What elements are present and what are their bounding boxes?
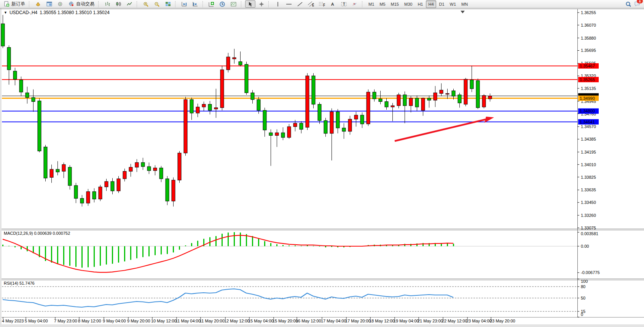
auto-trading-icon xyxy=(68,1,75,7)
timeframe-h1[interactable]: H1 xyxy=(415,0,425,8)
trendline-icon[interactable] xyxy=(295,0,305,8)
cursor-icon[interactable] xyxy=(245,0,255,8)
svg-text:4 May 2023: 4 May 2023 xyxy=(2,319,24,323)
timeframe-w1[interactable]: W1 xyxy=(448,0,459,8)
text-icon[interactable]: A xyxy=(328,0,338,8)
timeframe-m30[interactable]: M30 xyxy=(402,0,414,8)
candle xyxy=(44,145,47,181)
profile-icon[interactable] xyxy=(33,0,43,8)
separator xyxy=(98,1,100,7)
svg-text:1.34570: 1.34570 xyxy=(581,124,596,129)
svg-text:1.35880: 1.35880 xyxy=(581,36,596,40)
chart-shift-icon[interactable] xyxy=(190,0,201,8)
notification-badge: 1 xyxy=(637,0,643,3)
svg-text:F: F xyxy=(323,3,325,7)
svg-text:1.34195: 1.34195 xyxy=(581,150,596,154)
svg-text:18 May 12:00: 18 May 12:00 xyxy=(369,319,395,323)
candle xyxy=(245,62,248,95)
collapse-triangle-icon[interactable]: ▼ xyxy=(4,11,7,14)
equidistant-channel-icon[interactable]: E xyxy=(306,0,316,8)
signals-icon[interactable] xyxy=(55,0,65,8)
chart-title: ▼ USDCAD-,H4 1.35055 1.35080 1.35010 1.3… xyxy=(4,10,110,15)
timeframe-mn[interactable]: MN xyxy=(459,0,470,8)
auto-trading-label: 自动交易 xyxy=(76,1,94,7)
svg-text:1.36255: 1.36255 xyxy=(581,10,596,15)
timeframe-m5[interactable]: M5 xyxy=(377,0,387,8)
svg-text:8 May 12:00: 8 May 12:00 xyxy=(78,319,101,323)
candle xyxy=(166,176,169,205)
market-watch-icon[interactable] xyxy=(44,0,54,8)
text-label-icon[interactable]: T xyxy=(339,0,349,8)
svg-text:1.33450: 1.33450 xyxy=(581,200,596,205)
svg-text:50: 50 xyxy=(581,296,585,300)
svg-text:T: T xyxy=(343,2,346,6)
separator xyxy=(241,1,243,7)
crosshair-icon[interactable] xyxy=(256,0,266,8)
ohlc-values: 1.35055 1.35080 1.35010 1.35024 xyxy=(40,10,110,15)
candle xyxy=(464,78,467,106)
svg-text:0.003581: 0.003581 xyxy=(581,231,598,236)
svg-text:12 May 12:00: 12 May 12:00 xyxy=(224,319,250,323)
candle xyxy=(312,73,315,108)
new-order-button[interactable]: 新订单 xyxy=(2,0,27,8)
svg-text:1.34990: 1.34990 xyxy=(580,96,595,101)
timeframe-d1[interactable]: D1 xyxy=(437,0,447,8)
timeframe-buttons: M1M5M15M30H1H4D1W1MN xyxy=(366,0,470,8)
svg-text:80: 80 xyxy=(581,284,585,289)
timeframe-m15[interactable]: M15 xyxy=(389,0,401,8)
separator xyxy=(137,1,139,7)
auto-trading-button[interactable]: 自动交易 xyxy=(66,0,96,8)
price-tag: 1.35467 xyxy=(578,63,599,69)
bar-chart-icon[interactable] xyxy=(102,0,113,8)
tile-windows-icon[interactable] xyxy=(163,0,173,8)
svg-text:23 May 04:00: 23 May 04:00 xyxy=(466,319,492,323)
separator xyxy=(29,1,31,7)
window-bottom-edge xyxy=(0,324,644,327)
horizontal-line-icon[interactable] xyxy=(284,0,294,8)
svg-text:9 May 04:00: 9 May 04:00 xyxy=(103,319,126,323)
svg-text:1.34385: 1.34385 xyxy=(581,137,596,141)
timeframe-m1[interactable]: M1 xyxy=(366,0,376,8)
svg-text:1.35135: 1.35135 xyxy=(581,86,596,91)
candle xyxy=(99,185,102,201)
svg-text:A: A xyxy=(331,2,334,6)
svg-text:1.35265: 1.35265 xyxy=(580,77,595,82)
auto-scroll-icon[interactable] xyxy=(179,0,190,8)
svg-text:100: 100 xyxy=(581,279,588,284)
candle xyxy=(38,98,41,152)
search-icon[interactable] xyxy=(625,1,631,7)
svg-text:1.33635: 1.33635 xyxy=(581,188,596,192)
zoom-out-icon[interactable] xyxy=(152,0,162,8)
candle xyxy=(86,189,90,206)
vertical-line-icon[interactable] xyxy=(273,0,283,8)
svg-text:17 May 04:00: 17 May 04:00 xyxy=(321,319,346,323)
candlestick-chart-icon[interactable] xyxy=(113,0,124,8)
fibonacci-icon[interactable]: F xyxy=(317,0,327,8)
templates-icon[interactable] xyxy=(229,0,239,8)
zoom-in-icon[interactable] xyxy=(141,0,151,8)
separator xyxy=(268,1,271,7)
price-tag: 1.34800 xyxy=(578,108,599,114)
toolbar: 新订单 自动交易 xyxy=(0,0,644,8)
svg-text:16 May 12:00: 16 May 12:00 xyxy=(296,319,321,323)
timeframe-h4[interactable]: H4 xyxy=(426,0,436,8)
new-chart-icon[interactable] xyxy=(207,0,217,8)
candle xyxy=(318,102,321,124)
price-tag: 1.34990 xyxy=(578,96,599,101)
arrows-icon[interactable] xyxy=(350,0,360,8)
separator xyxy=(362,1,364,7)
chat-icon[interactable]: 1 xyxy=(634,1,640,7)
new-order-label: 新订单 xyxy=(11,1,25,7)
svg-text:1.33260: 1.33260 xyxy=(581,213,596,218)
periods-icon[interactable] xyxy=(218,0,228,8)
candle xyxy=(184,97,187,156)
candle xyxy=(306,73,309,130)
chart-canvas: 1.362551.360701.358801.356951.355051.353… xyxy=(0,0,644,327)
svg-text:E: E xyxy=(312,3,314,7)
svg-text:23 May 20:00: 23 May 20:00 xyxy=(490,319,515,323)
line-chart-icon[interactable] xyxy=(124,0,135,8)
svg-text:0.00: 0.00 xyxy=(581,244,589,248)
candle xyxy=(220,66,224,110)
svg-text:11 May 04:00: 11 May 04:00 xyxy=(175,319,201,323)
svg-text:15 May 20:00: 15 May 20:00 xyxy=(273,319,298,323)
